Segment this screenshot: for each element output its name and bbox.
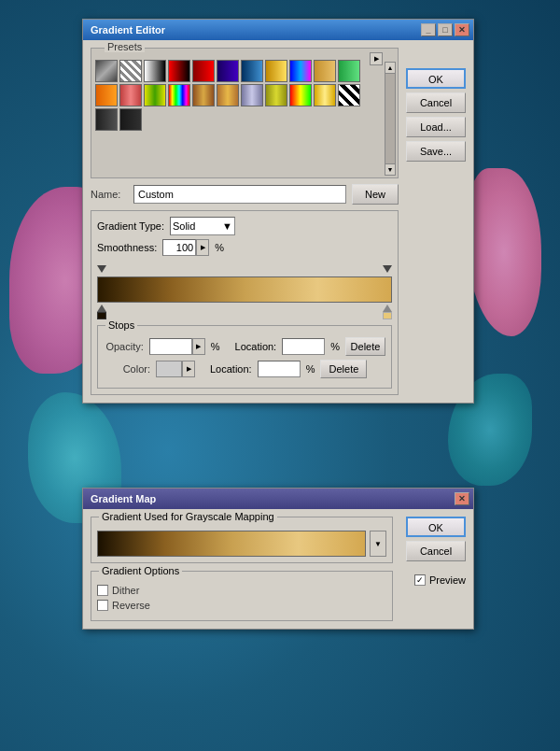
preset-item[interactable] bbox=[168, 84, 190, 106]
opacity-stop-row: Opacity: ▶ % Location: % Delete bbox=[104, 337, 385, 356]
preset-item[interactable] bbox=[217, 84, 239, 106]
gradient-editor-content: OK Cancel Load... Save... Presets ▶ ▲ ▼ bbox=[83, 40, 473, 403]
ge-right-buttons: OK Cancel Load... Save... bbox=[406, 68, 466, 162]
color-preview-swatch[interactable] bbox=[156, 361, 182, 377]
gradient-type-row: Gradient Type: Solid ▼ bbox=[97, 217, 392, 235]
preset-item[interactable] bbox=[217, 60, 239, 82]
gradient-map-title: Gradient Map bbox=[87, 493, 455, 504]
gradient-editor-title: Gradient Editor bbox=[87, 24, 421, 35]
preset-item[interactable] bbox=[192, 84, 215, 106]
load-button[interactable]: Load... bbox=[406, 117, 466, 137]
presets-grid bbox=[95, 60, 381, 131]
preset-item[interactable] bbox=[338, 60, 360, 82]
preset-item[interactable] bbox=[241, 60, 263, 82]
opacity-handle-left[interactable] bbox=[97, 265, 106, 273]
preset-item[interactable] bbox=[119, 108, 142, 131]
smoothness-label: Smoothness: bbox=[97, 242, 157, 253]
color-stepper-button[interactable]: ▶ bbox=[182, 361, 195, 377]
scroll-thumb[interactable] bbox=[385, 74, 395, 163]
color-location-input[interactable] bbox=[258, 361, 301, 377]
gm-close-button[interactable]: ✕ bbox=[455, 492, 469, 505]
gradient-preview-bar[interactable] bbox=[97, 531, 366, 557]
color-handle-right[interactable] bbox=[383, 305, 392, 319]
gm-cancel-button[interactable]: Cancel bbox=[406, 541, 466, 561]
preview-label: Preview bbox=[429, 574, 466, 586]
preset-item[interactable] bbox=[95, 60, 118, 82]
reverse-checkbox[interactable] bbox=[97, 600, 108, 611]
preset-item[interactable] bbox=[95, 84, 118, 106]
preset-item[interactable] bbox=[119, 84, 142, 106]
preset-item[interactable] bbox=[241, 84, 263, 106]
preset-item[interactable] bbox=[144, 60, 166, 82]
smoothness-stepper-button[interactable]: ▶ bbox=[196, 239, 209, 256]
presets-area: Presets ▶ ▲ ▼ bbox=[91, 48, 399, 178]
scroll-down-button[interactable]: ▼ bbox=[385, 163, 395, 175]
color-arrow-right bbox=[383, 305, 392, 312]
smoothness-input[interactable] bbox=[162, 239, 196, 256]
color-delete-button[interactable]: Delete bbox=[320, 360, 367, 378]
maximize-button[interactable]: □ bbox=[438, 23, 453, 36]
color-handle-left[interactable] bbox=[97, 305, 106, 319]
preview-checkbox[interactable]: ✓ bbox=[414, 574, 426, 586]
preset-item[interactable] bbox=[289, 84, 312, 106]
minimize-button[interactable]: _ bbox=[421, 23, 436, 36]
presets-play-button[interactable]: ▶ bbox=[370, 52, 383, 65]
opacity-stepper-button[interactable]: ▶ bbox=[192, 338, 205, 355]
reverse-label: Reverse bbox=[112, 600, 150, 611]
dither-label: Dither bbox=[112, 585, 139, 596]
gradient-bar-container bbox=[97, 263, 392, 318]
preset-item[interactable] bbox=[168, 60, 190, 82]
gradient-bar[interactable] bbox=[97, 276, 392, 303]
opacity-handle-right[interactable] bbox=[383, 265, 392, 273]
gradient-type-select[interactable]: Solid ▼ bbox=[170, 217, 235, 235]
preset-item[interactable] bbox=[265, 60, 287, 82]
opacity-arrow-left bbox=[97, 265, 106, 273]
dither-checkbox[interactable] bbox=[97, 585, 108, 596]
presets-scrollbar[interactable]: ▲ ▼ bbox=[385, 62, 396, 176]
preset-item[interactable] bbox=[265, 84, 287, 106]
opacity-arrow-right bbox=[383, 265, 392, 273]
preset-item[interactable] bbox=[144, 84, 166, 106]
close-button[interactable]: ✕ bbox=[455, 23, 469, 36]
name-row: Name: New bbox=[91, 184, 399, 205]
gradient-editor-window: Gradient Editor _ □ ✕ OK Cancel Load... … bbox=[82, 19, 474, 404]
gm-ok-button[interactable]: OK bbox=[406, 517, 466, 537]
preset-item[interactable] bbox=[192, 60, 215, 82]
gradient-options-label: Gradient Options bbox=[99, 565, 182, 576]
gm-right-buttons: OK Cancel bbox=[406, 517, 466, 561]
opacity-percent: % bbox=[211, 341, 220, 352]
preset-item[interactable] bbox=[119, 60, 142, 82]
color-location-percent: % bbox=[306, 363, 315, 375]
gradient-type-label: Gradient Type: bbox=[97, 220, 164, 232]
reverse-row: Reverse bbox=[97, 600, 386, 611]
cancel-button[interactable]: Cancel bbox=[406, 92, 466, 113]
opacity-handles-row bbox=[97, 263, 392, 276]
smoothness-unit: % bbox=[215, 242, 224, 253]
dither-row: Dither bbox=[97, 585, 386, 596]
stops-section: Stops Opacity: ▶ % Location: % Delete bbox=[97, 325, 392, 389]
gradient-map-window: Gradient Map ✕ OK Cancel ✓ Preview Gradi… bbox=[82, 488, 474, 630]
bg-decoration-pink2 bbox=[467, 168, 541, 336]
color-field-label: Color: bbox=[104, 363, 150, 375]
color-swatch-left bbox=[97, 312, 106, 319]
ok-button[interactable]: OK bbox=[406, 68, 466, 89]
dropdown-arrow-icon: ▼ bbox=[222, 220, 232, 232]
opacity-value-input[interactable] bbox=[149, 338, 192, 355]
new-button[interactable]: New bbox=[352, 184, 399, 205]
save-button[interactable]: Save... bbox=[406, 141, 466, 162]
preset-item[interactable] bbox=[289, 60, 312, 82]
color-location-label: Location: bbox=[210, 363, 252, 375]
gradient-options-section: Gradient Options Dither Reverse bbox=[91, 571, 393, 621]
name-input[interactable] bbox=[133, 185, 346, 204]
preset-item[interactable] bbox=[338, 84, 360, 106]
preset-item[interactable] bbox=[95, 108, 118, 131]
gradient-used-label: Gradient Used for Grayscale Mapping bbox=[99, 511, 277, 522]
opacity-delete-button[interactable]: Delete bbox=[345, 337, 385, 356]
preset-item[interactable] bbox=[314, 84, 336, 106]
opacity-location-label: Location: bbox=[235, 341, 277, 352]
gradient-dropdown-button[interactable]: ▼ bbox=[370, 531, 386, 557]
gradient-editor-titlebar: Gradient Editor _ □ ✕ bbox=[83, 20, 473, 40]
preset-item[interactable] bbox=[314, 60, 336, 82]
scroll-up-button[interactable]: ▲ bbox=[385, 63, 395, 74]
opacity-location-input[interactable] bbox=[282, 338, 325, 355]
